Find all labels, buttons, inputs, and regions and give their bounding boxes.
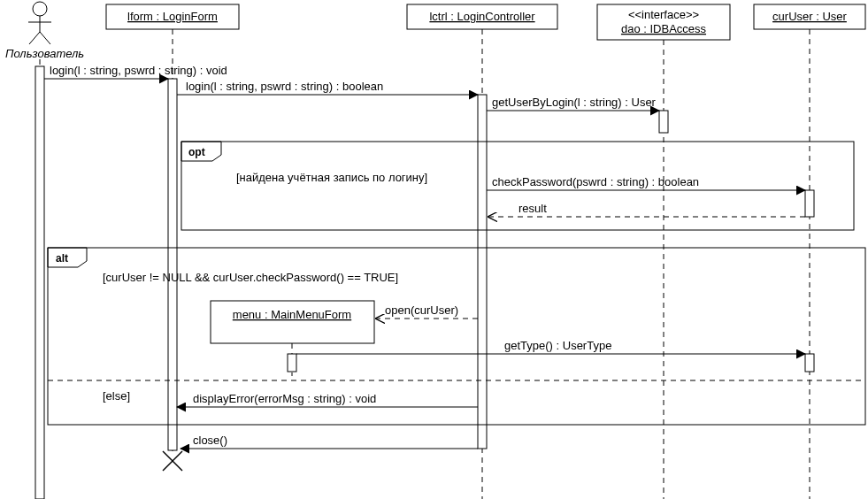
participant-stereotype: <<interface>> [628,8,699,21]
participant-label: curUser : User [772,10,847,23]
participant-label: lform : LoginForm [127,10,218,23]
msg-gettype: getType() : UserType [504,339,611,352]
msg-login-form: login(l : string, pswrd : string) : void [50,64,227,77]
msg-open: open(curUser) [385,303,458,317]
svg-line-4 [40,32,50,44]
opt-guard: [найдена учётная запись по логину] [236,171,427,184]
actor-label: Пользователь [5,47,84,60]
msg-checkpwd: checkPassword(pswrd : string) : boolean [492,175,699,188]
msg-error: displayError(errorMsg : string) : void [193,392,376,405]
opt-tag: opt [188,146,205,158]
participant-menu: menu : MainMenuForm [211,301,374,343]
participant-curuser: curUser : User [754,4,865,29]
destroy-lform [163,451,182,471]
participant-dao: <<interface>> dao : IDBAccess [597,4,730,40]
activation-dao [659,111,668,133]
svg-line-3 [29,32,40,44]
participant-label: menu : MainMenuForm [233,308,351,321]
msg-getuser: getUserByLogin(l : string) : User [492,96,657,109]
alt-guard-2: [else] [103,389,130,403]
actor: Пользователь [5,2,84,60]
alt-guard-1: [curUser != NULL && curUser.checkPasswor… [103,271,398,284]
activation-lform [168,79,177,450]
msg-login-ctrl: login(l : string, pswrd : string) : bool… [186,80,383,93]
msg-result: result [518,202,547,215]
participant-lctrl: lctrl : LoginController [407,4,557,29]
activation-curuser-2 [805,354,814,372]
participant-label: dao : IDBAccess [621,22,707,35]
participant-lform: lform : LoginForm [106,4,239,29]
sequence-diagram: Пользователь lform : LoginForm lctrl : L… [0,0,868,499]
svg-point-0 [33,2,47,16]
activation-curuser-1 [805,190,814,217]
msg-close: close() [193,434,227,447]
activation-lctrl [478,95,487,449]
alt-tag: alt [56,252,68,265]
activation-menu [288,354,296,372]
activation-actor [35,66,44,499]
participant-label: lctrl : LoginController [429,10,535,23]
